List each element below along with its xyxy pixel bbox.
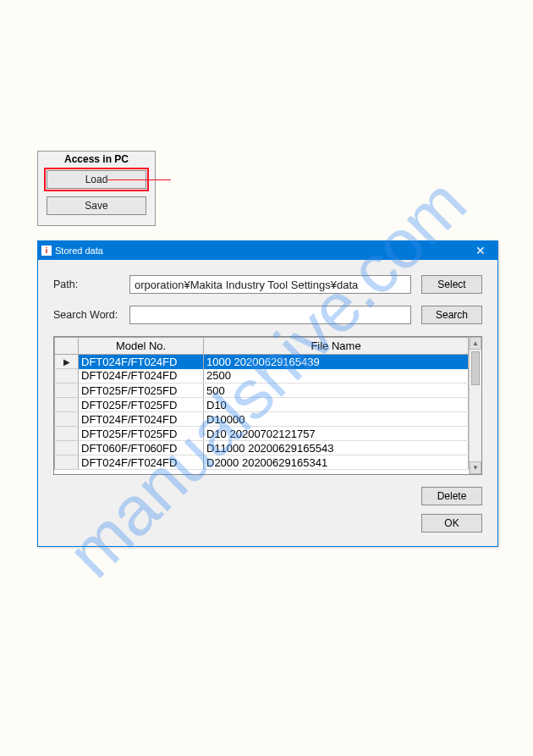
row-marker	[55, 398, 79, 412]
scroll-thumb[interactable]	[471, 351, 480, 385]
cell-file: D10	[204, 398, 469, 412]
data-table: Model No. File Name ▶DFT024F/FT024FD1000…	[54, 337, 469, 470]
search-button[interactable]: Search	[421, 306, 482, 324]
cell-model: DFT025F/FT025FD	[79, 398, 204, 412]
column-file[interactable]: File Name	[204, 338, 469, 355]
row-marker	[55, 441, 79, 455]
access-panel-title: Access in PC	[47, 153, 146, 165]
stored-data-dialog: i Stored data ✕ Path: Select Search Word…	[37, 240, 498, 547]
table-row[interactable]: ▶DFT024F/FT024FD1000 20200629165439	[55, 355, 469, 369]
cell-model: DFT024F/FT024FD	[79, 455, 204, 470]
scrollbar: ▲ ▼	[469, 337, 481, 474]
row-marker	[55, 455, 79, 470]
table-row[interactable]: DFT024F/FT024FDD2000 20200629165341	[55, 455, 469, 470]
titlebar-text: Stored data	[55, 246, 103, 256]
table-row[interactable]: DFT060F/FT060FDD11000 20200629165543	[55, 441, 469, 455]
column-marker[interactable]	[55, 338, 79, 355]
app-icon: i	[41, 246, 52, 256]
close-icon: ✕	[475, 245, 486, 257]
cell-file: 2500	[204, 369, 469, 384]
save-button[interactable]: Save	[47, 196, 146, 215]
cell-file: 1000 20200629165439	[204, 355, 469, 369]
table-row[interactable]: DFT025F/FT025FD500	[55, 384, 469, 398]
path-label: Path:	[53, 279, 129, 290]
cell-model: DFT024F/FT024FD	[79, 355, 204, 369]
close-button[interactable]: ✕	[464, 241, 497, 260]
cell-model: DFT025F/FT025FD	[79, 384, 204, 398]
data-table-container: Model No. File Name ▶DFT024F/FT024FD1000…	[53, 336, 482, 475]
scroll-up-button[interactable]: ▲	[470, 337, 481, 350]
delete-button[interactable]: Delete	[421, 487, 482, 505]
search-input[interactable]	[129, 306, 411, 324]
scroll-down-button[interactable]: ▼	[470, 461, 481, 474]
select-button[interactable]: Select	[421, 275, 482, 294]
cell-model: DFT024F/FT024FD	[79, 369, 204, 384]
row-marker	[55, 384, 79, 398]
cell-file: 500	[204, 384, 469, 398]
path-input[interactable]	[129, 275, 411, 294]
access-panel: Access in PC Load Save	[37, 151, 156, 226]
cell-file: D10 20200702121757	[204, 427, 469, 441]
table-row[interactable]: DFT025F/FT025FDD10 20200702121757	[55, 427, 469, 441]
table-row[interactable]: DFT024F/FT024FD2500	[55, 369, 469, 384]
table-row[interactable]: DFT024F/FT024FDD10000	[55, 412, 469, 427]
ok-button[interactable]: OK	[421, 514, 482, 533]
cell-file: D10000	[204, 412, 469, 427]
row-marker: ▶	[55, 355, 79, 369]
row-marker	[55, 369, 79, 384]
row-marker	[55, 427, 79, 441]
cell-model: DFT060F/FT060FD	[79, 441, 204, 455]
cell-model: DFT024F/FT024FD	[79, 412, 204, 427]
column-model[interactable]: Model No.	[79, 338, 204, 355]
cell-file: D11000 20200629165543	[204, 441, 469, 455]
search-word-label: Search Word:	[53, 309, 129, 321]
cell-model: DFT025F/FT025FD	[79, 427, 204, 441]
callout-line	[107, 179, 171, 181]
row-marker	[55, 412, 79, 427]
table-row[interactable]: DFT025F/FT025FDD10	[55, 398, 469, 412]
cell-file: D2000 20200629165341	[204, 455, 469, 470]
titlebar: i Stored data ✕	[38, 241, 497, 260]
